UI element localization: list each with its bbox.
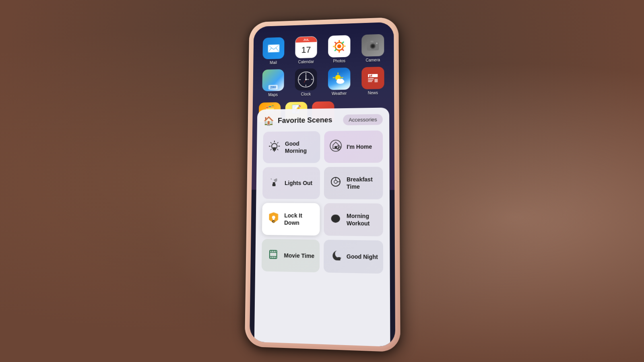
accessories-button[interactable]: Accessories	[343, 114, 383, 125]
scenes-home-icon: 🏠	[263, 116, 274, 126]
svg-line-8	[342, 42, 344, 44]
svg-point-56	[334, 180, 337, 183]
calendar-day: 17	[301, 45, 311, 55]
clock-label: Clock	[301, 92, 311, 96]
lights-out-icon	[267, 175, 281, 191]
svg-line-7	[342, 49, 344, 51]
weather-label: Weather	[332, 91, 347, 96]
app-maps[interactable]: 280 Maps	[259, 69, 287, 97]
maps-label: Maps	[268, 93, 278, 97]
lock-it-down-label: Lock It Down	[284, 212, 315, 226]
scenes-card: 🏠 Favorite Scenes Accessories	[254, 107, 390, 347]
scene-lights-out[interactable]: Lights Out	[262, 167, 320, 199]
app-news[interactable]: News	[358, 67, 388, 95]
svg-point-1	[337, 44, 341, 48]
svg-rect-72	[337, 257, 340, 260]
news-label: News	[368, 90, 378, 95]
clock-icon-img	[295, 68, 317, 90]
movie-time-icon	[266, 247, 280, 264]
mail-icon: ✉️	[262, 37, 284, 59]
app-calendar[interactable]: JUL 17 Calendar	[292, 36, 320, 64]
scenes-header: 🏠 Favorite Scenes Accessories	[263, 114, 383, 126]
scene-good-morning[interactable]: Good Morning	[263, 131, 320, 163]
camera-label: Camera	[365, 58, 380, 63]
breakfast-time-label: Breakfast Time	[347, 176, 378, 191]
svg-line-48	[270, 149, 272, 150]
svg-line-46	[277, 149, 278, 150]
im-home-label: I'm Home	[347, 143, 372, 150]
scene-im-home[interactable]: I'm Home	[324, 130, 383, 163]
weather-icon-img	[328, 68, 351, 90]
photos-label: Photos	[333, 59, 345, 63]
svg-rect-49	[273, 147, 276, 150]
scenes-title: Favorite Scenes	[278, 116, 332, 125]
breakfast-time-icon	[329, 175, 343, 191]
svg-rect-60	[273, 218, 275, 220]
im-home-icon	[329, 139, 343, 155]
scene-morning-workout[interactable]: Morning Workout	[324, 203, 383, 236]
mail-label: Mail	[270, 60, 277, 65]
app-grid-row1: ✉️ Mail JUL 17 Calendar	[259, 30, 388, 97]
scene-movie-time[interactable]: Movie Time	[262, 239, 320, 272]
svg-line-6	[334, 42, 336, 44]
good-night-label: Good Night	[347, 253, 378, 261]
scene-lock-it-down[interactable]: Lock It Down	[262, 203, 320, 235]
lights-out-label: Lights Out	[285, 179, 312, 187]
scenes-grid: Good Morning I'm Home	[262, 130, 383, 274]
app-camera[interactable]: Camera	[358, 34, 387, 62]
svg-line-9	[334, 49, 336, 51]
calendar-month: JUL	[303, 38, 309, 41]
app-weather[interactable]: Weather	[325, 68, 353, 96]
scene-breakfast-time[interactable]: Breakfast Time	[324, 167, 383, 200]
good-morning-icon	[268, 139, 281, 155]
app-photos[interactable]: Photos	[325, 35, 353, 64]
svg-rect-39	[374, 79, 378, 82]
calendar-icon: JUL 17	[295, 36, 317, 58]
app-mail[interactable]: ✉️ Mail	[260, 37, 288, 65]
svg-line-45	[270, 142, 272, 143]
good-night-icon	[328, 248, 343, 265]
morning-workout-label: Morning Workout	[347, 212, 378, 227]
scenes-title-group: 🏠 Favorite Scenes	[263, 115, 332, 126]
svg-line-47	[277, 142, 279, 143]
app-clock[interactable]: Clock	[292, 68, 320, 97]
photos-icon	[328, 35, 350, 58]
svg-rect-54	[273, 182, 275, 184]
calendar-label: Calendar	[298, 60, 314, 64]
news-icon-img	[361, 67, 384, 89]
scene-good-night[interactable]: Good Night	[324, 240, 383, 274]
morning-workout-icon	[329, 211, 343, 228]
good-morning-label: Good Morning	[285, 140, 316, 154]
movie-time-label: Movie Time	[284, 252, 314, 260]
camera-icon	[361, 34, 384, 57]
maps-icon: 280	[262, 69, 284, 91]
svg-rect-15	[370, 41, 374, 42]
phone-screen: ✉️ Mail JUL 17 Calendar	[250, 22, 395, 347]
phone-frame: ✉️ Mail JUL 17 Calendar	[245, 17, 400, 352]
lock-it-down-icon	[267, 211, 281, 227]
